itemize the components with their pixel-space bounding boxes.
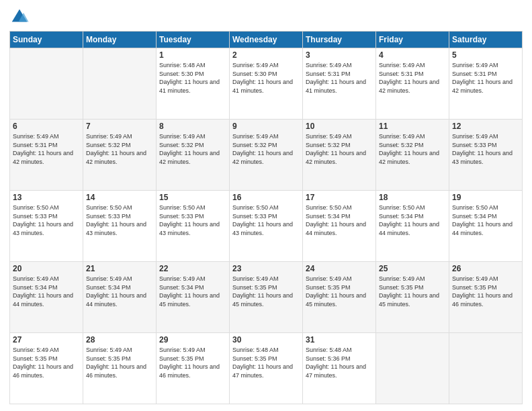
day-number: 7	[86, 122, 153, 131]
day-number: 15	[159, 193, 226, 202]
page: Sunday Monday Tuesday Wednesday Thursday…	[0, 0, 532, 411]
day-number: 20	[13, 264, 80, 273]
day-info: Sunrise: 5:48 AM Sunset: 5:30 PM Dayligh…	[159, 61, 226, 95]
day-number: 25	[379, 264, 446, 273]
col-sunday: Sunday	[10, 32, 83, 48]
col-friday: Friday	[376, 32, 449, 48]
day-number: 27	[13, 335, 80, 345]
calendar-cell: 25Sunrise: 5:49 AM Sunset: 5:35 PM Dayli…	[376, 262, 449, 333]
day-number: 16	[232, 193, 300, 202]
calendar-cell: 18Sunrise: 5:50 AM Sunset: 5:34 PM Dayli…	[376, 191, 449, 262]
day-number: 3	[306, 50, 373, 60]
day-info: Sunrise: 5:49 AM Sunset: 5:32 PM Dayligh…	[379, 132, 446, 166]
calendar-cell	[449, 333, 523, 404]
day-number: 13	[13, 193, 80, 202]
calendar-cell: 8Sunrise: 5:49 AM Sunset: 5:32 PM Daylig…	[157, 120, 230, 191]
day-info: Sunrise: 5:49 AM Sunset: 5:34 PM Dayligh…	[86, 275, 153, 308]
day-number: 19	[452, 193, 519, 202]
calendar-week-row: 6Sunrise: 5:49 AM Sunset: 5:31 PM Daylig…	[10, 120, 523, 191]
day-info: Sunrise: 5:49 AM Sunset: 5:31 PM Dayligh…	[452, 61, 519, 95]
day-number: 31	[306, 335, 373, 345]
calendar-cell: 16Sunrise: 5:50 AM Sunset: 5:33 PM Dayli…	[230, 191, 303, 262]
day-info: Sunrise: 5:50 AM Sunset: 5:33 PM Dayligh…	[159, 203, 226, 237]
calendar-week-row: 27Sunrise: 5:49 AM Sunset: 5:35 PM Dayli…	[10, 333, 523, 404]
day-number: 24	[306, 264, 373, 273]
day-info: Sunrise: 5:50 AM Sunset: 5:34 PM Dayligh…	[306, 203, 373, 237]
calendar-cell	[376, 333, 449, 404]
calendar-table: Sunday Monday Tuesday Wednesday Thursday…	[9, 31, 523, 404]
day-number: 11	[379, 122, 446, 131]
calendar-header-row: Sunday Monday Tuesday Wednesday Thursday…	[10, 32, 523, 48]
col-tuesday: Tuesday	[157, 32, 230, 48]
calendar-cell: 3Sunrise: 5:49 AM Sunset: 5:31 PM Daylig…	[303, 48, 376, 120]
logo-icon	[9, 7, 30, 27]
day-info: Sunrise: 5:49 AM Sunset: 5:35 PM Dayligh…	[452, 275, 519, 308]
calendar-cell: 31Sunrise: 5:48 AM Sunset: 5:36 PM Dayli…	[303, 333, 376, 404]
calendar-cell: 4Sunrise: 5:49 AM Sunset: 5:31 PM Daylig…	[376, 48, 449, 120]
calendar-cell: 28Sunrise: 5:49 AM Sunset: 5:35 PM Dayli…	[83, 333, 157, 404]
day-info: Sunrise: 5:49 AM Sunset: 5:32 PM Dayligh…	[86, 132, 153, 166]
calendar-cell	[10, 48, 83, 120]
calendar-cell: 2Sunrise: 5:49 AM Sunset: 5:30 PM Daylig…	[230, 48, 303, 120]
col-thursday: Thursday	[303, 32, 376, 48]
day-info: Sunrise: 5:49 AM Sunset: 5:35 PM Dayligh…	[86, 346, 153, 379]
calendar-cell: 23Sunrise: 5:49 AM Sunset: 5:35 PM Dayli…	[230, 262, 303, 333]
day-info: Sunrise: 5:49 AM Sunset: 5:35 PM Dayligh…	[13, 346, 80, 379]
day-info: Sunrise: 5:49 AM Sunset: 5:30 PM Dayligh…	[232, 61, 300, 95]
day-info: Sunrise: 5:49 AM Sunset: 5:32 PM Dayligh…	[159, 132, 226, 166]
day-number: 14	[86, 193, 153, 202]
calendar-week-row: 13Sunrise: 5:50 AM Sunset: 5:33 PM Dayli…	[10, 191, 523, 262]
calendar-cell: 7Sunrise: 5:49 AM Sunset: 5:32 PM Daylig…	[83, 120, 157, 191]
calendar-cell: 12Sunrise: 5:49 AM Sunset: 5:33 PM Dayli…	[449, 120, 523, 191]
calendar-cell: 24Sunrise: 5:49 AM Sunset: 5:35 PM Dayli…	[303, 262, 376, 333]
day-info: Sunrise: 5:49 AM Sunset: 5:34 PM Dayligh…	[159, 275, 226, 308]
calendar-cell: 17Sunrise: 5:50 AM Sunset: 5:34 PM Dayli…	[303, 191, 376, 262]
day-number: 10	[306, 122, 373, 131]
day-info: Sunrise: 5:49 AM Sunset: 5:32 PM Dayligh…	[232, 132, 300, 166]
day-info: Sunrise: 5:49 AM Sunset: 5:35 PM Dayligh…	[306, 275, 373, 308]
day-info: Sunrise: 5:49 AM Sunset: 5:35 PM Dayligh…	[159, 346, 226, 379]
day-number: 21	[86, 264, 153, 273]
calendar-cell: 21Sunrise: 5:49 AM Sunset: 5:34 PM Dayli…	[83, 262, 157, 333]
day-info: Sunrise: 5:49 AM Sunset: 5:31 PM Dayligh…	[13, 132, 80, 166]
day-info: Sunrise: 5:49 AM Sunset: 5:31 PM Dayligh…	[306, 61, 373, 95]
day-number: 1	[159, 50, 226, 60]
calendar-cell: 9Sunrise: 5:49 AM Sunset: 5:32 PM Daylig…	[230, 120, 303, 191]
calendar-cell: 13Sunrise: 5:50 AM Sunset: 5:33 PM Dayli…	[10, 191, 83, 262]
day-number: 23	[232, 264, 300, 273]
day-info: Sunrise: 5:49 AM Sunset: 5:33 PM Dayligh…	[452, 132, 519, 166]
day-info: Sunrise: 5:49 AM Sunset: 5:35 PM Dayligh…	[379, 275, 446, 308]
day-info: Sunrise: 5:49 AM Sunset: 5:35 PM Dayligh…	[232, 275, 300, 308]
day-info: Sunrise: 5:48 AM Sunset: 5:35 PM Dayligh…	[232, 346, 300, 379]
calendar-cell: 20Sunrise: 5:49 AM Sunset: 5:34 PM Dayli…	[10, 262, 83, 333]
day-number: 9	[232, 122, 300, 131]
day-number: 8	[159, 122, 226, 131]
day-info: Sunrise: 5:50 AM Sunset: 5:33 PM Dayligh…	[13, 203, 80, 237]
day-info: Sunrise: 5:50 AM Sunset: 5:34 PM Dayligh…	[379, 203, 446, 237]
day-info: Sunrise: 5:50 AM Sunset: 5:33 PM Dayligh…	[232, 203, 300, 237]
calendar-cell: 6Sunrise: 5:49 AM Sunset: 5:31 PM Daylig…	[10, 120, 83, 191]
day-number: 29	[159, 335, 226, 345]
calendar-cell: 1Sunrise: 5:48 AM Sunset: 5:30 PM Daylig…	[157, 48, 230, 120]
day-number: 17	[306, 193, 373, 202]
calendar-cell: 15Sunrise: 5:50 AM Sunset: 5:33 PM Dayli…	[157, 191, 230, 262]
day-number: 2	[232, 50, 300, 60]
calendar-week-row: 1Sunrise: 5:48 AM Sunset: 5:30 PM Daylig…	[10, 48, 523, 120]
day-info: Sunrise: 5:49 AM Sunset: 5:32 PM Dayligh…	[306, 132, 373, 166]
calendar-cell: 26Sunrise: 5:49 AM Sunset: 5:35 PM Dayli…	[449, 262, 523, 333]
calendar-cell: 30Sunrise: 5:48 AM Sunset: 5:35 PM Dayli…	[230, 333, 303, 404]
calendar-cell: 11Sunrise: 5:49 AM Sunset: 5:32 PM Dayli…	[376, 120, 449, 191]
day-info: Sunrise: 5:49 AM Sunset: 5:31 PM Dayligh…	[379, 61, 446, 95]
calendar-cell: 10Sunrise: 5:49 AM Sunset: 5:32 PM Dayli…	[303, 120, 376, 191]
calendar-cell: 19Sunrise: 5:50 AM Sunset: 5:34 PM Dayli…	[449, 191, 523, 262]
day-number: 4	[379, 50, 446, 60]
calendar-cell: 27Sunrise: 5:49 AM Sunset: 5:35 PM Dayli…	[10, 333, 83, 404]
day-number: 30	[232, 335, 300, 345]
day-number: 18	[379, 193, 446, 202]
calendar-cell: 14Sunrise: 5:50 AM Sunset: 5:33 PM Dayli…	[83, 191, 157, 262]
day-info: Sunrise: 5:48 AM Sunset: 5:36 PM Dayligh…	[306, 346, 373, 379]
header	[9, 7, 523, 27]
calendar-week-row: 20Sunrise: 5:49 AM Sunset: 5:34 PM Dayli…	[10, 262, 523, 333]
day-number: 22	[159, 264, 226, 273]
day-number: 28	[86, 335, 153, 345]
